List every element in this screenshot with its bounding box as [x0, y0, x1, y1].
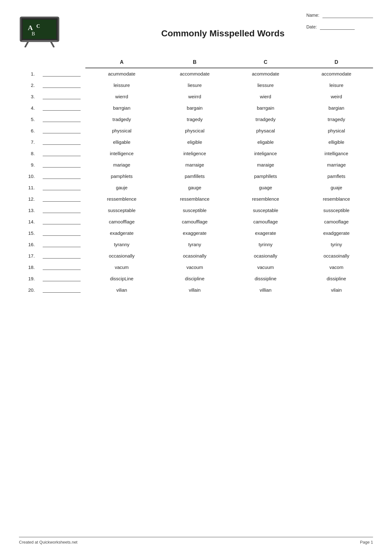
answer-blank-cell[interactable]: [38, 79, 85, 91]
table-row: 14. camoofflagecamoufflagecamouflagecamo…: [19, 216, 373, 227]
cell-c: ocasionally: [231, 250, 300, 261]
answer-blank[interactable]: [43, 116, 81, 122]
table-row: 20. vilianvillainvillianvilain: [19, 284, 373, 295]
cell-a: tradgedy: [85, 113, 158, 125]
answer-blank[interactable]: [43, 173, 81, 179]
row-number: 19.: [19, 273, 38, 284]
answer-blank[interactable]: [43, 196, 81, 202]
answer-blank-cell[interactable]: [38, 125, 85, 136]
answer-blank-cell[interactable]: [38, 193, 85, 204]
answer-blank-cell[interactable]: [38, 216, 85, 227]
answer-blank-cell[interactable]: [38, 182, 85, 193]
row-number: 3.: [19, 91, 38, 102]
cell-c: trradgedy: [231, 113, 300, 125]
col-header-a: A: [85, 57, 158, 68]
cell-a: mariage: [85, 159, 158, 170]
footer-credit: Created at Quickworksheets.net: [19, 540, 77, 545]
answer-blank[interactable]: [43, 150, 81, 156]
answer-blank[interactable]: [43, 253, 81, 259]
cell-b: liesure: [158, 79, 231, 91]
cell-a: intelligence: [85, 148, 158, 159]
answer-blank-cell[interactable]: [38, 113, 85, 125]
answer-blank[interactable]: [43, 219, 81, 224]
cell-a: elligable: [85, 136, 158, 148]
answer-blank-cell[interactable]: [38, 136, 85, 148]
cell-b: exaggerate: [158, 227, 231, 239]
answer-blank[interactable]: [43, 71, 81, 76]
cell-d: sussceptible: [300, 204, 373, 216]
answer-blank[interactable]: [43, 185, 81, 190]
answer-blank[interactable]: [43, 230, 81, 236]
footer-page: Page 1: [360, 540, 373, 545]
answer-blank[interactable]: [43, 128, 81, 133]
row-number: 17.: [19, 250, 38, 261]
cell-b: inteligence: [158, 148, 231, 159]
date-underline: [320, 24, 355, 30]
answer-blank-cell[interactable]: [38, 170, 85, 182]
cell-c: resemblence: [231, 193, 300, 204]
table-row: 1. acummodateaccommodateacommodateaccomm…: [19, 68, 373, 79]
date-label: Date:: [306, 24, 317, 29]
answer-blank-cell[interactable]: [38, 204, 85, 216]
answer-blank-cell[interactable]: [38, 284, 85, 295]
name-label: Name:: [306, 13, 319, 18]
table-row: 11. gaujegaugeguageguaje: [19, 182, 373, 193]
answer-blank[interactable]: [43, 241, 81, 247]
table-row: 19. disscipLinedisciplinedisssiplinediss…: [19, 273, 373, 284]
answer-blank-cell[interactable]: [38, 102, 85, 113]
cell-c: liessure: [231, 79, 300, 91]
table-row: 8. intelligenceinteligenceinteliganceint…: [19, 148, 373, 159]
answer-blank[interactable]: [43, 276, 81, 281]
row-number: 1.: [19, 68, 38, 79]
svg-rect-8: [22, 40, 57, 42]
cell-c: barrgain: [231, 102, 300, 113]
cell-b: pamfillets: [158, 170, 231, 182]
cell-b: bargain: [158, 102, 231, 113]
row-number: 5.: [19, 113, 38, 125]
cell-b: gauge: [158, 182, 231, 193]
answer-blank[interactable]: [43, 162, 81, 167]
row-number: 9.: [19, 159, 38, 170]
cell-b: ressemblance: [158, 193, 231, 204]
answer-blank-cell[interactable]: [38, 159, 85, 170]
answer-blank-cell[interactable]: [38, 250, 85, 261]
col-header-c: C: [231, 57, 300, 68]
table-row: 12. ressemblenceressemblanceresemblencer…: [19, 193, 373, 204]
row-number: 12.: [19, 193, 38, 204]
row-number: 13.: [19, 204, 38, 216]
cell-c: exagerate: [231, 227, 300, 239]
answer-blank-cell[interactable]: [38, 91, 85, 102]
cell-a: leissure: [85, 79, 158, 91]
cell-b: accommodate: [158, 68, 231, 79]
name-field: Name:: [306, 13, 373, 18]
cell-a: physsical: [85, 125, 158, 136]
cell-d: intelligance: [300, 148, 373, 159]
answer-blank[interactable]: [43, 139, 81, 145]
answer-blank-cell[interactable]: [38, 68, 85, 79]
answer-blank[interactable]: [43, 207, 81, 213]
svg-text:B: B: [32, 31, 35, 36]
cell-b: discipline: [158, 273, 231, 284]
answer-blank-cell[interactable]: [38, 273, 85, 284]
answer-blank-cell[interactable]: [38, 261, 85, 273]
cell-d: dissipline: [300, 273, 373, 284]
answer-blank[interactable]: [43, 82, 81, 88]
answer-blank-cell[interactable]: [38, 148, 85, 159]
cell-c: vacuum: [231, 261, 300, 273]
answer-blank[interactable]: [43, 105, 81, 111]
name-underline: [322, 13, 373, 18]
row-number: 15.: [19, 227, 38, 239]
answer-blank[interactable]: [43, 94, 81, 99]
row-number: 8.: [19, 148, 38, 159]
answer-blank[interactable]: [43, 287, 81, 293]
cell-d: vacom: [300, 261, 373, 273]
answer-blank-cell[interactable]: [38, 227, 85, 239]
chalkboard-icon: A C B: [19, 16, 60, 47]
answer-blank-cell[interactable]: [38, 239, 85, 250]
col-header-d: D: [300, 57, 373, 68]
table-row: 17. occasionallyocasoinallyocasionallyoc…: [19, 250, 373, 261]
cell-a: occasionally: [85, 250, 158, 261]
cell-d: elligible: [300, 136, 373, 148]
answer-blank[interactable]: [43, 264, 81, 270]
cell-b: physcical: [158, 125, 231, 136]
